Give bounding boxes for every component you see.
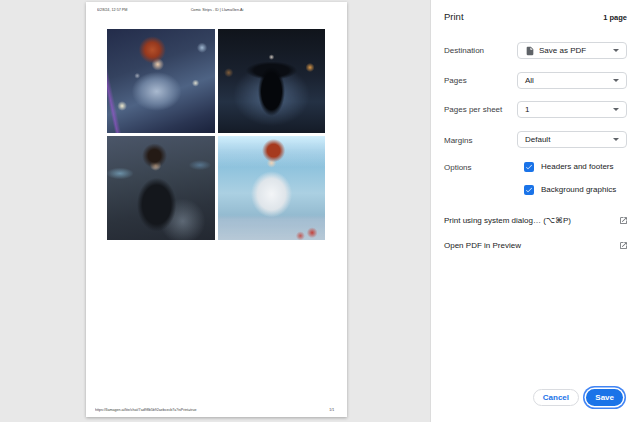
print-preview-area: 6/28/24, 12:57 PM Comic Strips - ID | Ll…	[0, 0, 430, 422]
pages-per-sheet-label: Pages per sheet	[444, 105, 502, 114]
save-as-pdf-file-icon	[525, 46, 535, 56]
preview-image-bottom-right	[218, 136, 326, 240]
options-label: Options	[444, 163, 472, 172]
external-link-icon	[619, 216, 628, 225]
print-system-dialog-label: Print using system dialog… (⌥⌘P)	[444, 216, 571, 225]
save-button[interactable]: Save	[586, 389, 623, 406]
destination-select[interactable]: Save as PDF	[517, 42, 627, 59]
dialog-title: Print	[444, 11, 464, 22]
checkmark-icon	[525, 163, 533, 171]
page-count: 1 page	[603, 13, 627, 22]
checkbox-checked-icon	[524, 162, 534, 172]
page-header-date: 6/28/24, 12:57 PM	[97, 8, 127, 12]
cancel-button[interactable]: Cancel	[533, 389, 579, 406]
checkbox-checked-icon	[524, 185, 534, 195]
print-settings-panel: Print 1 page Destination Save as PDF Pag…	[430, 0, 640, 422]
preview-image-top-right	[218, 29, 326, 133]
image-grid	[107, 29, 325, 240]
page-header-title: Comic Strips - ID | LlamaGen.Ai	[190, 8, 243, 12]
margins-value: Default	[525, 135, 550, 144]
headers-and-footers-label: Headers and footers	[541, 162, 614, 171]
pages-value: All	[525, 76, 534, 85]
print-dialog: 6/28/24, 12:57 PM Comic Strips - ID | Ll…	[0, 0, 640, 422]
print-system-dialog-link[interactable]: Print using system dialog… (⌥⌘P)	[444, 216, 628, 225]
pages-per-sheet-value: 1	[525, 105, 529, 114]
open-pdf-in-preview-label: Open PDF in Preview	[444, 241, 521, 250]
background-graphics-label: Background graphics	[541, 185, 616, 194]
page-footer-pagenum: 1/1	[329, 408, 334, 412]
preview-page: 6/28/24, 12:57 PM Comic Strips - ID | Ll…	[86, 2, 347, 417]
chevron-down-icon	[613, 108, 619, 111]
external-link-icon	[619, 241, 628, 250]
open-pdf-in-preview-link[interactable]: Open PDF in Preview	[444, 241, 628, 250]
pages-per-sheet-select[interactable]: 1	[517, 101, 627, 118]
preview-image-bottom-left	[107, 136, 215, 240]
margins-select[interactable]: Default	[517, 131, 627, 148]
chevron-down-icon	[613, 138, 619, 141]
checkmark-icon	[525, 186, 533, 194]
pages-label: Pages	[444, 76, 467, 85]
page-footer-url: https://llamagen.ai/lite/chat/7ad98b5b92…	[95, 408, 197, 412]
pages-select[interactable]: All	[517, 72, 627, 89]
destination-label: Destination	[444, 46, 484, 55]
headers-and-footers-checkbox[interactable]: Headers and footers	[524, 161, 614, 172]
background-graphics-checkbox[interactable]: Background graphics	[524, 184, 616, 195]
margins-label: Margins	[444, 136, 472, 145]
destination-value: Save as PDF	[539, 46, 586, 55]
chevron-down-icon	[613, 79, 619, 82]
preview-image-top-left	[107, 29, 215, 133]
chevron-down-icon	[613, 49, 619, 52]
